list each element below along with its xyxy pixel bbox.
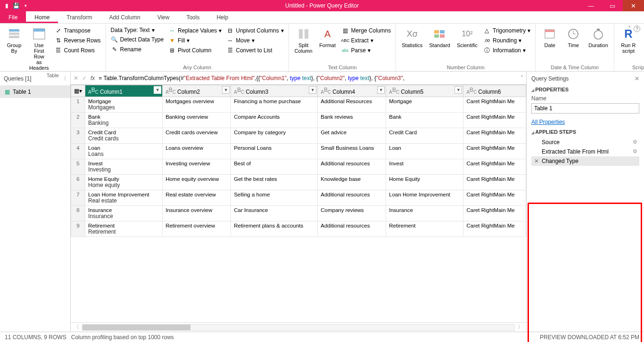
duration-button[interactable]: Duration <box>586 25 610 64</box>
tab-view[interactable]: View <box>149 11 178 23</box>
row-number[interactable]: 3 <box>71 128 85 144</box>
cell[interactable]: Car Insurance <box>231 206 318 221</box>
transpose-button[interactable]: ⤢Transpose <box>54 26 102 35</box>
cell[interactable]: Invest <box>386 159 463 175</box>
qat-dropdown-icon[interactable]: ▾ <box>22 2 29 9</box>
cell[interactable]: Credit CardCredit cards <box>85 128 163 144</box>
cell[interactable]: Additional resources <box>318 190 386 206</box>
maximize-button[interactable]: ▭ <box>602 0 623 11</box>
cell[interactable]: Caret RightMain Me <box>463 206 526 221</box>
count-rows-button[interactable]: ☰Count Rows <box>54 46 102 55</box>
format-button[interactable]: A Format <box>317 25 338 64</box>
query-item-table1[interactable]: ▦Table 1 <box>0 86 70 98</box>
fx-icon[interactable]: fx <box>91 75 95 81</box>
cell[interactable]: Caret RightMain Me <box>463 190 526 206</box>
row-number[interactable]: 9 <box>71 221 85 237</box>
cell[interactable]: Additional resources <box>318 159 386 175</box>
tab-help[interactable]: Help <box>208 11 237 23</box>
extract-button[interactable]: ABCExtract ▾ <box>341 36 392 45</box>
cell[interactable]: Bank <box>386 113 463 128</box>
cell[interactable]: Retirement overview <box>163 221 231 237</box>
cell[interactable]: Financing a home purchase <box>231 97 318 113</box>
save-icon[interactable]: 💾 <box>12 2 20 9</box>
split-column-button[interactable]: SplitColumn <box>293 25 314 64</box>
col4-filter-icon[interactable]: ▼ <box>377 86 385 94</box>
col-header-4[interactable]: ABCColumn4▼ <box>318 85 386 97</box>
accept-formula-icon[interactable]: ✓ <box>82 75 87 81</box>
col-header-2[interactable]: ABCColumn2▼ <box>163 85 231 97</box>
cell[interactable]: InsuranceInsurance <box>85 206 163 221</box>
cell[interactable]: Investing overview <box>163 159 231 175</box>
cell[interactable]: InvestInvesting <box>85 159 163 175</box>
cell[interactable]: Compare by category <box>231 128 318 144</box>
standard-button[interactable]: Standard <box>427 25 452 64</box>
cell[interactable]: MortgageMortgages <box>85 97 163 113</box>
cell[interactable]: Get the best rates <box>231 175 318 190</box>
col-header-3[interactable]: ABCColumn3▼ <box>231 85 318 97</box>
cell[interactable]: Best of <box>231 159 318 175</box>
horizontal-scrollbar[interactable]: 〈 〉 <box>71 322 526 332</box>
cell[interactable]: Loan <box>386 144 463 159</box>
col-header-6[interactable]: ABCColumn6 <box>463 85 526 97</box>
close-settings-icon[interactable]: ✕ <box>635 75 639 82</box>
data-grid[interactable]: ▦▾ ABCColumn1▼ ABCColumn2▼ ABCColumn3▼ A… <box>71 85 526 322</box>
detect-data-type-button[interactable]: 🔍Detect Data Type <box>110 35 165 44</box>
cell[interactable]: Home equity overview <box>163 175 231 190</box>
information-button[interactable]: ⓘInformation ▾ <box>482 46 531 55</box>
row-number[interactable]: 6 <box>71 175 85 190</box>
cell[interactable]: Caret RightMain Me <box>463 221 526 237</box>
cell[interactable]: Loans overview <box>163 144 231 159</box>
cell[interactable]: Caret RightMain Me <box>463 97 526 113</box>
tab-transform[interactable]: Transform <box>58 11 100 23</box>
expand-formula-icon[interactable]: ˅ <box>520 75 523 81</box>
cell[interactable]: Home EquityHome equity <box>85 175 163 190</box>
cell[interactable]: Company reviews <box>318 206 386 221</box>
row-number[interactable]: 2 <box>71 113 85 128</box>
row-number[interactable]: 1 <box>71 97 85 113</box>
collapse-queries-icon[interactable]: 〈 <box>61 74 66 82</box>
formula-text[interactable]: = Table.TransformColumnTypes(#"Extracted… <box>99 75 517 81</box>
cell[interactable]: RetirementRetirement <box>85 221 163 237</box>
tab-tools[interactable]: Tools <box>178 11 208 23</box>
convert-list-button[interactable]: ☰Convert to List <box>225 46 284 55</box>
cell[interactable]: Caret RightMain Me <box>463 175 526 190</box>
parse-button[interactable]: abcParse ▾ <box>341 46 392 55</box>
date-button[interactable]: Date <box>539 25 560 64</box>
reverse-rows-button[interactable]: ⇅Reverse Rows <box>54 36 102 45</box>
col-header-1[interactable]: ABCColumn1▼ <box>85 85 163 97</box>
minimize-button[interactable]: — <box>580 0 602 11</box>
cell[interactable]: Knowledge base <box>318 175 386 190</box>
fill-button[interactable]: ▼Fill ▾ <box>167 36 223 45</box>
cell[interactable]: Caret RightMain Me <box>463 113 526 128</box>
scroll-right-icon[interactable]: 〉 <box>518 323 523 331</box>
cancel-formula-icon[interactable]: ✕ <box>74 75 78 81</box>
merge-columns-button[interactable]: ▥Merge Columns <box>341 26 392 35</box>
col1-filter-icon[interactable]: ▼ <box>154 86 161 94</box>
step-changed-type[interactable]: ✕Changed Type <box>531 156 639 166</box>
col2-filter-icon[interactable]: ▼ <box>222 86 230 94</box>
col-header-5[interactable]: ABCColumn5▼ <box>386 85 463 97</box>
statistics-button[interactable]: Χσ Statistics <box>400 25 424 64</box>
cell[interactable]: Credit Card <box>386 128 463 144</box>
query-name-input[interactable] <box>531 103 639 114</box>
close-button[interactable]: ✕ <box>623 0 644 11</box>
data-type-button[interactable]: Data Type: Text ▾ <box>110 26 165 34</box>
cell[interactable]: Mortgage <box>386 97 463 113</box>
row-number[interactable]: 8 <box>71 206 85 221</box>
move-button[interactable]: ↔Move ▾ <box>225 36 284 45</box>
tab-home[interactable]: Home <box>26 11 58 23</box>
gear-icon[interactable]: ⚙ <box>633 148 637 155</box>
applied-steps-section[interactable]: APPLIED STEPS <box>531 129 639 135</box>
cell[interactable]: Home Equity <box>386 175 463 190</box>
col5-filter-icon[interactable]: ▼ <box>454 86 462 94</box>
step-source[interactable]: Source⚙ <box>531 138 639 147</box>
pivot-column-button[interactable]: ⊞Pivot Column <box>167 46 223 55</box>
row-number[interactable]: 5 <box>71 159 85 175</box>
delete-step-icon[interactable]: ✕ <box>534 158 539 164</box>
cell[interactable]: Credit cards overview <box>163 128 231 144</box>
cell[interactable]: Mortgages overview <box>163 97 231 113</box>
cell[interactable]: Get advice <box>318 128 386 144</box>
help-icon[interactable]: ? <box>634 25 640 32</box>
step-extracted[interactable]: Extracted Table From Html⚙ <box>531 147 639 156</box>
scroll-left-icon[interactable]: 〈 <box>74 323 79 331</box>
